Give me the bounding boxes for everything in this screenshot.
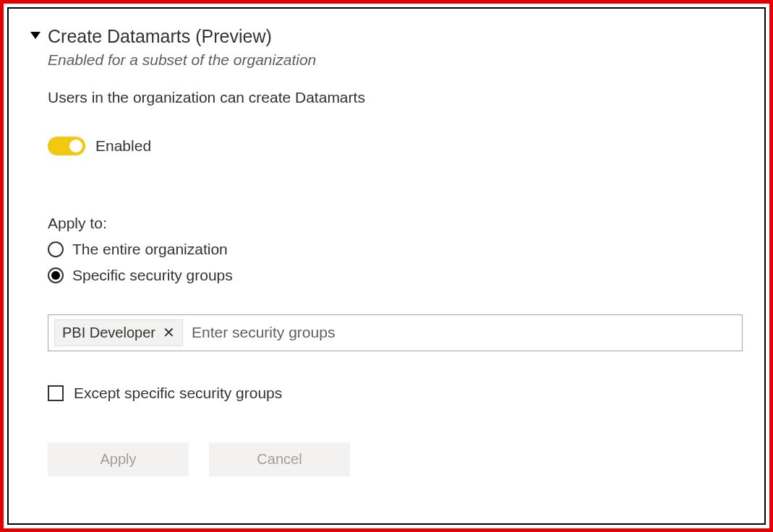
apply-to-radio-group: The entire organization Specific securit… <box>48 241 743 284</box>
except-checkbox-label: Except specific security groups <box>74 385 282 402</box>
section-content: Users in the organization can create Dat… <box>48 89 743 476</box>
except-checkbox-row[interactable]: Except specific security groups <box>48 385 743 402</box>
security-groups-input-container[interactable]: PBI Developer ✕ <box>48 314 743 351</box>
radio-specific-groups[interactable]: Specific security groups <box>48 267 743 284</box>
header-text: Create Datamarts (Preview) Enabled for a… <box>48 25 743 69</box>
tag-text: PBI Developer <box>62 325 155 341</box>
radio-entire-organization[interactable]: The entire organization <box>48 241 743 258</box>
radio-icon-selected <box>48 267 64 283</box>
radio-entire-label: The entire organization <box>72 241 228 258</box>
security-groups-input[interactable] <box>189 321 736 344</box>
outer-frame: Create Datamarts (Preview) Enabled for a… <box>0 0 773 532</box>
inner-frame: Create Datamarts (Preview) Enabled for a… <box>7 7 766 525</box>
section-title: Create Datamarts (Preview) <box>48 25 743 48</box>
section-subtitle: Enabled for a subset of the organization <box>48 51 743 69</box>
enabled-toggle-row: Enabled <box>48 137 743 155</box>
apply-to-label: Apply to: <box>48 215 743 232</box>
caret-down-icon <box>30 32 40 39</box>
enabled-toggle[interactable] <box>48 137 85 155</box>
except-checkbox[interactable] <box>48 385 64 401</box>
button-row: Apply Cancel <box>48 442 743 476</box>
toggle-knob <box>69 140 82 153</box>
radio-specific-label: Specific security groups <box>72 267 233 284</box>
enabled-toggle-label: Enabled <box>95 137 151 155</box>
cancel-button[interactable]: Cancel <box>209 442 350 476</box>
section-header[interactable]: Create Datamarts (Preview) Enabled for a… <box>30 25 743 69</box>
radio-icon <box>48 241 64 257</box>
section-description: Users in the organization can create Dat… <box>48 89 743 106</box>
apply-button[interactable]: Apply <box>48 442 189 476</box>
tag-remove-icon[interactable]: ✕ <box>163 325 175 340</box>
security-group-tag: PBI Developer ✕ <box>54 319 183 346</box>
